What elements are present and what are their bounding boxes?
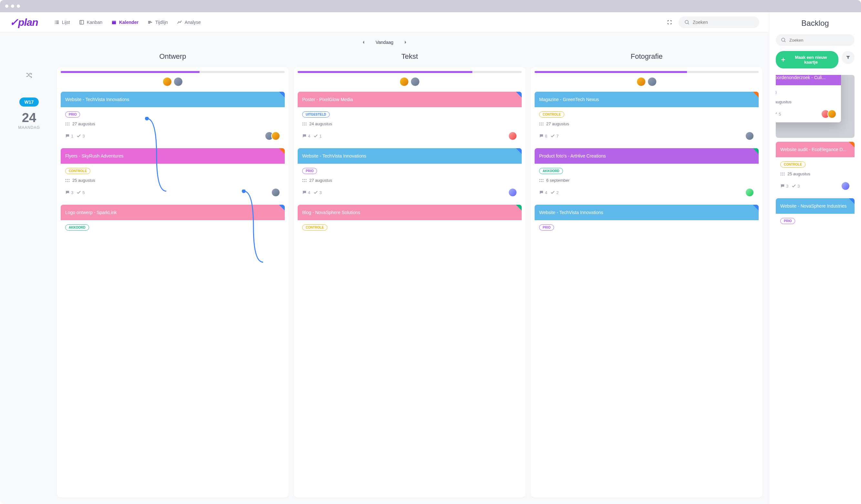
- date-text: 27 augustus: [72, 121, 95, 126]
- svg-point-17: [69, 122, 70, 123]
- date-icon: [65, 179, 70, 182]
- card-footer: 3 5: [776, 109, 836, 119]
- window-dot: [5, 4, 9, 8]
- column-content[interactable]: Magazine - GreenTech NexusCONTROLE27 aug…: [531, 67, 763, 498]
- task-card[interactable]: Product foto's - ArtHive CreationsAKKOOR…: [535, 148, 758, 201]
- column-title: Fotografie: [531, 52, 763, 61]
- avatar: [508, 132, 517, 140]
- svg-point-46: [541, 179, 542, 180]
- svg-point-36: [302, 181, 303, 182]
- svg-point-32: [306, 124, 307, 125]
- nav-tab-analyse[interactable]: Analyse: [177, 17, 201, 27]
- next-button[interactable]: [401, 39, 410, 46]
- card-corner: [279, 92, 285, 97]
- search-icon: [684, 20, 689, 25]
- card-title: Magazine - GreenTech Nexus: [539, 97, 599, 102]
- nav-tab-kalender[interactable]: Kalender: [111, 17, 138, 27]
- task-card[interactable]: Magazine - GreenTech NexusCONTROLE27 aug…: [535, 92, 758, 144]
- backlog-search[interactable]: [776, 34, 855, 46]
- card-avatars: [823, 109, 836, 119]
- card-date: 27 augustus: [539, 121, 754, 126]
- day-number: 24: [22, 111, 37, 124]
- avatar: [841, 181, 850, 190]
- task-card[interactable]: Website audit - EcoElegance D...CONTROLE…: [776, 142, 855, 194]
- tag: PRIO: [539, 224, 554, 231]
- checks-stat: 1: [313, 134, 322, 138]
- nav-tab-tijdlijn[interactable]: Tijdlijn: [148, 17, 168, 27]
- floating-card[interactable]: Zoekwoordenonderzoek - Culi... PRIO 28 a…: [776, 75, 841, 122]
- column-tekst: Tekst Poster - PixelGlow MediaUITGESTELD…: [294, 52, 525, 498]
- card-date: 6 september: [539, 178, 754, 183]
- shuffle-icon[interactable]: [26, 72, 32, 78]
- nav-tab-lijst[interactable]: Lijst: [54, 17, 70, 27]
- card-corner: [849, 142, 855, 148]
- search-input[interactable]: [693, 20, 753, 25]
- svg-rect-11: [148, 22, 152, 23]
- progress-fill: [298, 71, 472, 73]
- prev-button[interactable]: [359, 39, 368, 46]
- date-text: 28 augustus: [776, 99, 792, 104]
- svg-point-20: [69, 124, 70, 125]
- card-title: Website audit - EcoElegance D...: [780, 147, 846, 152]
- card-corner: [516, 148, 522, 154]
- comments-stat: 3: [780, 184, 788, 189]
- backlog-list[interactable]: Website audit - EcoElegance D...CONTROLE…: [776, 75, 855, 498]
- progress-fill: [61, 71, 200, 73]
- svg-point-53: [782, 38, 785, 41]
- card-date: 24 augustus: [302, 121, 517, 126]
- search-box[interactable]: [679, 16, 759, 28]
- filter-button[interactable]: [842, 51, 855, 64]
- card-avatars: [267, 132, 280, 140]
- task-card[interactable]: Website - TechVista InnovationsPRIO27 au…: [61, 92, 285, 144]
- backlog-panel: Backlog Maak een nieuw kaartje: [769, 12, 861, 504]
- expand-icon[interactable]: [667, 20, 672, 25]
- column-ontwerp: Ontwerp Website - TechVista InnovationsP…: [57, 52, 289, 498]
- chart-icon: [177, 20, 182, 25]
- task-card[interactable]: Poster - PixelGlow MediaUITGESTELD24 aug…: [298, 92, 522, 144]
- tag: PRIO: [302, 168, 317, 174]
- task-card[interactable]: Flyers - SkyRush AdventuresCONTROLE25 au…: [61, 148, 285, 201]
- progress-bar: [298, 71, 522, 73]
- window-dot: [17, 4, 20, 8]
- column-content[interactable]: Website - TechVista InnovationsPRIO27 au…: [57, 67, 289, 498]
- date-text: 25 augustus: [788, 172, 810, 176]
- card-corner: [849, 198, 855, 204]
- svg-point-19: [67, 124, 68, 125]
- avatar: [745, 132, 754, 140]
- task-card[interactable]: Logo ontwerp - SparkLinkAKKOORD: [61, 205, 285, 234]
- card-body: UITGESTELD24 augustus41: [298, 107, 522, 144]
- svg-point-45: [539, 179, 541, 180]
- nav-tab-kanban[interactable]: Kanban: [79, 17, 102, 27]
- checks-stat: 2: [550, 190, 559, 195]
- svg-point-61: [782, 174, 783, 175]
- day-name: MAANDAG: [18, 125, 40, 130]
- card-corner: [516, 205, 522, 210]
- task-card[interactable]: Website - TechVista InnovationsPRIO27 au…: [298, 148, 522, 201]
- svg-point-25: [67, 181, 68, 182]
- svg-point-47: [543, 179, 544, 180]
- task-card[interactable]: Blog - NovaSphere SolutionsCONTROLE: [298, 205, 522, 234]
- comments-stat: 4: [302, 134, 310, 138]
- backlog-search-input[interactable]: [789, 38, 849, 43]
- column-fotografie: Fotografie Magazine - GreenTech NexusCON…: [531, 52, 763, 498]
- card-avatars: [748, 132, 754, 140]
- task-card[interactable]: Website - NovaSphere IndustriesPRIO: [776, 198, 855, 228]
- task-card[interactable]: Website - TechVista InnovationsPRIO: [535, 205, 758, 234]
- date-icon: [539, 179, 544, 182]
- card-header: Website - TechVista Innovations: [535, 205, 758, 220]
- tag: PRIO: [776, 90, 776, 96]
- card-footer: 33: [780, 181, 850, 190]
- svg-line-14: [688, 23, 689, 24]
- card-footer: 43: [302, 188, 517, 197]
- new-card-button[interactable]: Maak een nieuw kaartje: [776, 51, 838, 68]
- card-corner: [753, 92, 758, 97]
- checks-stat: 5: [776, 112, 781, 117]
- today-button[interactable]: Vandaag: [375, 40, 393, 45]
- card-title: Zoekwoordenonderzoek - Culi...: [776, 75, 825, 80]
- column-content[interactable]: Poster - PixelGlow MediaUITGESTELD24 aug…: [294, 67, 525, 498]
- nav-label: Kanban: [87, 20, 102, 25]
- card-date: 28 augustus: [776, 99, 836, 104]
- backlog-title: Backlog: [776, 19, 855, 28]
- avatar: [173, 77, 183, 86]
- date-text: 24 augustus: [309, 121, 332, 126]
